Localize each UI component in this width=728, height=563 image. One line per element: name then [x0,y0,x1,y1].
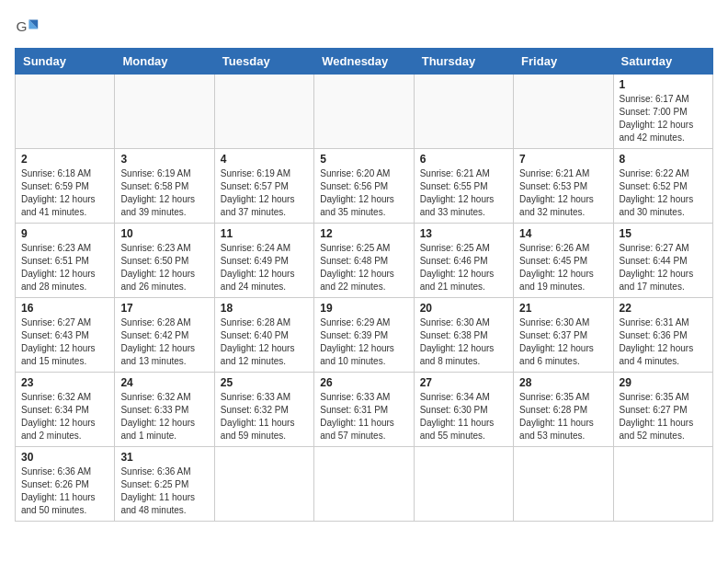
calendar-cell: 16Sunrise: 6:27 AM Sunset: 6:43 PM Dayli… [16,298,115,373]
calendar-week-row: 16Sunrise: 6:27 AM Sunset: 6:43 PM Dayli… [16,298,713,373]
calendar-cell [16,75,115,149]
calendar-cell: 7Sunrise: 6:21 AM Sunset: 6:53 PM Daylig… [514,149,613,224]
day-info: Sunrise: 6:35 AM Sunset: 6:28 PM Dayligh… [519,391,607,442]
day-number: 30 [21,451,108,464]
day-info: Sunrise: 6:31 AM Sunset: 6:36 PM Dayligh… [620,316,707,368]
calendar-table: SundayMondayTuesdayWednesdayThursdayFrid… [15,48,713,522]
day-of-week-header: Monday [115,49,214,75]
day-number: 13 [420,227,507,240]
calendar-cell: 24Sunrise: 6:32 AM Sunset: 6:33 PM Dayli… [115,373,214,447]
calendar-cell: 13Sunrise: 6:25 AM Sunset: 6:46 PM Dayli… [414,224,513,298]
day-number: 21 [519,302,607,315]
calendar-cell [514,447,613,522]
day-info: Sunrise: 6:29 AM Sunset: 6:39 PM Dayligh… [320,316,407,368]
day-number: 27 [420,376,507,389]
calendar-cell: 2Sunrise: 6:18 AM Sunset: 6:59 PM Daylig… [16,149,115,224]
day-number: 2 [21,153,108,166]
calendar-cell: 20Sunrise: 6:30 AM Sunset: 6:38 PM Dayli… [414,298,513,373]
day-number: 5 [320,153,407,166]
calendar-cell: 8Sunrise: 6:22 AM Sunset: 6:52 PM Daylig… [613,149,712,224]
day-number: 12 [320,227,407,240]
day-info: Sunrise: 6:32 AM Sunset: 6:33 PM Dayligh… [120,391,208,442]
day-number: 4 [221,153,308,166]
day-info: Sunrise: 6:27 AM Sunset: 6:44 PM Dayligh… [620,242,707,293]
calendar-cell: 17Sunrise: 6:28 AM Sunset: 6:42 PM Dayli… [115,298,214,373]
day-of-week-header: Saturday [613,49,712,75]
day-info: Sunrise: 6:19 AM Sunset: 6:58 PM Dayligh… [120,167,208,219]
day-info: Sunrise: 6:36 AM Sunset: 6:25 PM Dayligh… [120,465,208,517]
calendar-cell: 14Sunrise: 6:26 AM Sunset: 6:45 PM Dayli… [514,224,613,298]
day-number: 10 [120,227,208,240]
day-number: 25 [221,376,308,389]
day-info: Sunrise: 6:21 AM Sunset: 6:53 PM Dayligh… [519,167,607,219]
day-info: Sunrise: 6:28 AM Sunset: 6:42 PM Dayligh… [120,316,208,368]
calendar-cell: 15Sunrise: 6:27 AM Sunset: 6:44 PM Dayli… [613,224,712,298]
day-info: Sunrise: 6:18 AM Sunset: 6:59 PM Dayligh… [21,167,108,219]
calendar-cell: 4Sunrise: 6:19 AM Sunset: 6:57 PM Daylig… [214,149,313,224]
day-number: 18 [221,302,308,315]
day-of-week-header: Friday [514,49,613,75]
calendar-cell: 6Sunrise: 6:21 AM Sunset: 6:55 PM Daylig… [414,149,513,224]
calendar-cell [414,75,513,149]
day-number: 20 [420,302,507,315]
day-number: 23 [21,376,108,389]
day-number: 16 [21,302,108,315]
day-number: 11 [221,227,308,240]
day-number: 8 [620,153,707,166]
day-of-week-header: Thursday [414,49,513,75]
day-info: Sunrise: 6:22 AM Sunset: 6:52 PM Dayligh… [620,167,707,219]
calendar-cell [314,447,414,522]
day-number: 24 [120,376,208,389]
day-of-week-header: Sunday [16,49,115,75]
logo-icon: G [15,15,40,40]
calendar-cell [314,75,414,149]
day-number: 3 [120,153,208,166]
day-info: Sunrise: 6:33 AM Sunset: 6:31 PM Dayligh… [320,391,407,442]
day-number: 7 [519,153,607,166]
day-info: Sunrise: 6:30 AM Sunset: 6:37 PM Dayligh… [519,316,607,368]
calendar-cell: 1Sunrise: 6:17 AM Sunset: 7:00 PM Daylig… [613,75,712,149]
calendar-week-row: 23Sunrise: 6:32 AM Sunset: 6:34 PM Dayli… [16,373,713,447]
day-number: 15 [620,227,707,240]
day-info: Sunrise: 6:32 AM Sunset: 6:34 PM Dayligh… [21,391,108,442]
calendar-cell: 30Sunrise: 6:36 AM Sunset: 6:26 PM Dayli… [16,447,115,522]
calendar-cell [414,447,513,522]
calendar-cell [613,447,712,522]
calendar-header-row: SundayMondayTuesdayWednesdayThursdayFrid… [16,49,713,75]
calendar-cell: 22Sunrise: 6:31 AM Sunset: 6:36 PM Dayli… [613,298,712,373]
day-info: Sunrise: 6:34 AM Sunset: 6:30 PM Dayligh… [420,391,507,442]
calendar-cell: 28Sunrise: 6:35 AM Sunset: 6:28 PM Dayli… [514,373,613,447]
calendar-cell: 26Sunrise: 6:33 AM Sunset: 6:31 PM Dayli… [314,373,414,447]
calendar-week-row: 9Sunrise: 6:23 AM Sunset: 6:51 PM Daylig… [16,224,713,298]
calendar-cell [214,447,313,522]
day-info: Sunrise: 6:25 AM Sunset: 6:48 PM Dayligh… [320,242,407,293]
calendar-cell: 11Sunrise: 6:24 AM Sunset: 6:49 PM Dayli… [214,224,313,298]
calendar-week-row: 30Sunrise: 6:36 AM Sunset: 6:26 PM Dayli… [16,447,713,522]
day-number: 9 [21,227,108,240]
logo: G [15,15,44,40]
day-info: Sunrise: 6:35 AM Sunset: 6:27 PM Dayligh… [620,391,707,442]
day-info: Sunrise: 6:23 AM Sunset: 6:51 PM Dayligh… [21,242,108,293]
calendar-cell: 10Sunrise: 6:23 AM Sunset: 6:50 PM Dayli… [115,224,214,298]
svg-text:G: G [16,18,27,34]
calendar-cell: 12Sunrise: 6:25 AM Sunset: 6:48 PM Dayli… [314,224,414,298]
calendar-cell: 18Sunrise: 6:28 AM Sunset: 6:40 PM Dayli… [214,298,313,373]
day-info: Sunrise: 6:24 AM Sunset: 6:49 PM Dayligh… [221,242,308,293]
day-number: 29 [620,376,707,389]
day-info: Sunrise: 6:26 AM Sunset: 6:45 PM Dayligh… [519,242,607,293]
day-number: 28 [519,376,607,389]
calendar-week-row: 2Sunrise: 6:18 AM Sunset: 6:59 PM Daylig… [16,149,713,224]
calendar-cell: 3Sunrise: 6:19 AM Sunset: 6:58 PM Daylig… [115,149,214,224]
calendar-cell [214,75,313,149]
day-number: 14 [519,227,607,240]
calendar-week-row: 1Sunrise: 6:17 AM Sunset: 7:00 PM Daylig… [16,75,713,149]
calendar-cell: 23Sunrise: 6:32 AM Sunset: 6:34 PM Dayli… [16,373,115,447]
day-info: Sunrise: 6:19 AM Sunset: 6:57 PM Dayligh… [221,167,308,219]
day-info: Sunrise: 6:21 AM Sunset: 6:55 PM Dayligh… [420,167,507,219]
day-number: 22 [620,302,707,315]
calendar-cell: 9Sunrise: 6:23 AM Sunset: 6:51 PM Daylig… [16,224,115,298]
day-number: 17 [120,302,208,315]
day-info: Sunrise: 6:36 AM Sunset: 6:26 PM Dayligh… [21,465,108,517]
calendar-cell: 25Sunrise: 6:33 AM Sunset: 6:32 PM Dayli… [214,373,313,447]
day-number: 19 [320,302,407,315]
